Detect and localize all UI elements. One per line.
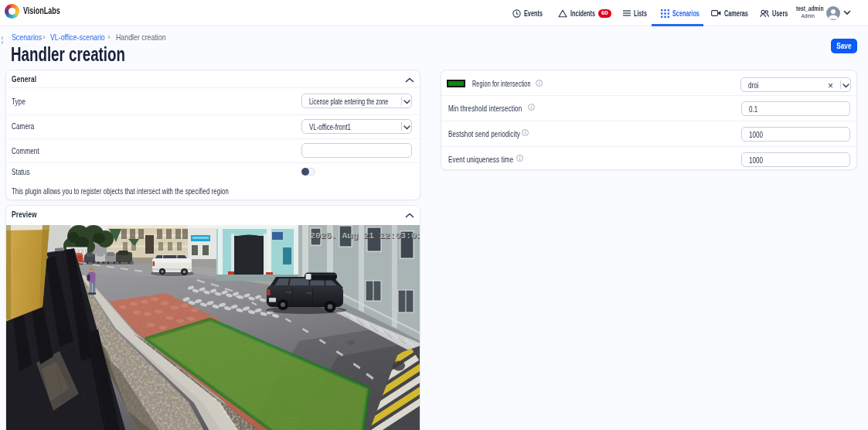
svg-text:2025. Aug 21 12:03:01: 2025. Aug 21 12:03:01 <box>310 230 420 241</box>
